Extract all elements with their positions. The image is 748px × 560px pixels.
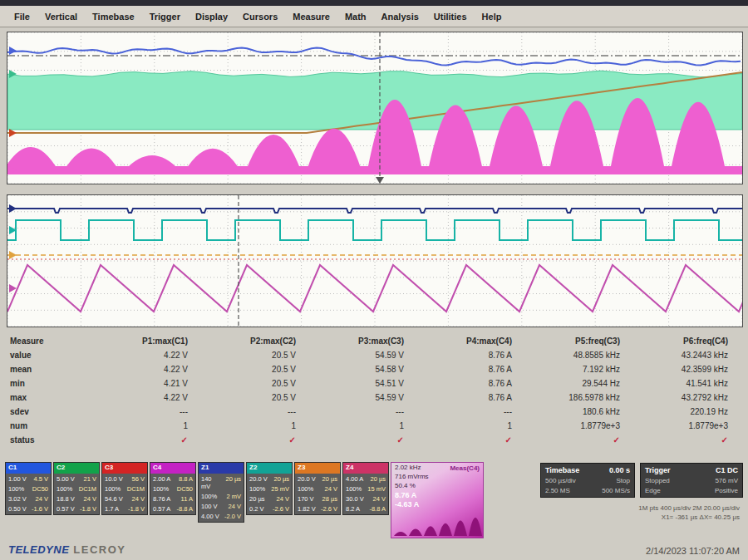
measure-cell: 8.76 A [417, 365, 525, 374]
menu-bar: FileVerticalTimebaseTriggerDisplayCursor… [0, 6, 748, 27]
channel-box-c2[interactable]: C25.00 V21 V100%DC1M18.8 V24 V0.57 V-1.8… [53, 462, 100, 515]
trigger-value: C1 DC [716, 466, 738, 474]
measure-row-value: value4.22 V20.5 V54.59 V8.76 A48.8585 kH… [7, 348, 743, 362]
menu-item-math[interactable]: Math [337, 9, 374, 24]
measure-cell: 20.5 V [201, 393, 309, 402]
channel-box-c4[interactable]: C42.00 A8.8 A100%DC508.76 A11 A0.57 A-8.… [150, 462, 196, 515]
measure-cell: 29.544 Hz [525, 379, 633, 388]
trigger-row: EdgePositive [645, 487, 738, 494]
channel-box-cell: 100 V [201, 503, 220, 510]
channel-box-cell: 24 V [125, 495, 145, 503]
channel-box-body: 1.00 V4.5 V100%DC503.02 V24 V0.50 V-1.6 … [6, 474, 51, 514]
menu-item-vertical[interactable]: Vertical [37, 9, 85, 24]
measure-param-header[interactable]: P2:max(C2) [201, 336, 309, 346]
measurement-popup-line: 8.76 A [391, 490, 483, 499]
measure-row-min: min4.21 V20.5 V54.51 V8.76 A29.544 Hz41.… [7, 376, 743, 391]
channel-box-cell: 25 mV [270, 485, 289, 493]
channel-box-cell: 0.57 A [153, 505, 172, 513]
menu-item-display[interactable]: Display [188, 9, 235, 24]
measure-param-header[interactable]: P5:freq(C3) [525, 336, 633, 346]
measurement-popup-line: 50.4 % [391, 481, 483, 490]
menu-item-file[interactable]: File [7, 9, 37, 24]
channel-box-cell: 10.0 V [105, 475, 124, 483]
measure-cell: ✓ [309, 435, 417, 445]
channel-box-c1[interactable]: C11.00 V4.5 V100%DC503.02 V24 V0.50 V-1.… [5, 462, 52, 515]
menu-item-help[interactable]: Help [475, 9, 509, 24]
measure-cell: ✓ [417, 435, 525, 445]
channel-box-cell: 0.50 V [8, 505, 27, 513]
main-graticule[interactable] [7, 32, 743, 184]
measure-cell: 1.8779e+3 [525, 421, 633, 430]
measure-param-header[interactable]: P6:freq(C4) [633, 336, 741, 346]
zoom-waveform-svg [7, 195, 742, 327]
menu-item-analysis[interactable]: Analysis [374, 9, 426, 24]
measure-cell: 1 [201, 421, 309, 430]
measure-row-label: num [7, 421, 93, 430]
channel-box-cell: 11 A [174, 495, 193, 503]
menu-item-utilities[interactable]: Utilities [426, 9, 475, 24]
channel-box-cell: 24 V [29, 495, 48, 503]
measure-cell: 8.76 A [417, 393, 525, 402]
channel-box-cell: 1.7 A [105, 505, 124, 513]
measure-cell: ✓ [93, 435, 201, 445]
trigger-label: Trigger [645, 466, 671, 474]
measure-cell: ✓ [525, 435, 633, 445]
channel-box-header: Z2 [247, 463, 292, 474]
measure-cell: 4.22 V [93, 351, 201, 360]
measure-cell: 43.2443 kHz [633, 351, 741, 360]
brand-logo-teledyne: TELEDYNE [8, 543, 69, 556]
measurement-popup-c4[interactable]: Meas(C4)2.02 kHz716 mVrms50.4 %8.76 A-4.… [391, 462, 484, 538]
measure-cell: 1 [93, 421, 201, 430]
channel-box-z1[interactable]: Z1140 mV20 µs100%2 mV100 V24 V4.00 V-2.0… [198, 462, 244, 523]
channel-box-c3[interactable]: C310.0 V56 V100%DC1M54.6 V24 V1.7 A-1.8 … [101, 462, 148, 515]
menu-item-measure[interactable]: Measure [285, 9, 337, 24]
measure-cell: 41.541 kHz [633, 379, 741, 388]
channel-box-cell: 3.02 V [8, 495, 27, 503]
measure-cell: 8.76 A [417, 351, 525, 360]
channel-box-cell: 20 µs [222, 475, 241, 490]
measure-cell: --- [93, 407, 201, 416]
channel-box-body: 10.0 V56 V100%DC1M54.6 V24 V1.7 A-1.8 V [102, 474, 147, 514]
measure-cell: 20.5 V [201, 365, 309, 374]
channel-box-z3[interactable]: Z320.0 V20 µs100%24 V170 V28 µs1.82 V-2.… [294, 462, 341, 515]
channel-box-cell: -1.6 V [29, 505, 48, 513]
measure-cell: 43.2792 kHz [633, 393, 741, 402]
menu-item-timebase[interactable]: Timebase [85, 9, 142, 24]
measure-cell: 7.192 kHz [525, 365, 633, 374]
menu-item-trigger[interactable]: Trigger [142, 9, 188, 24]
trigger-box[interactable]: TriggerC1 DC Stopped576 mVEdgePositive [640, 463, 743, 498]
window-title-strip [0, 0, 748, 6]
channel-box-cell: -2.6 V [270, 505, 289, 513]
channel-box-cell: DC1M [125, 485, 145, 493]
channel-box-cell: 30.0 V [346, 495, 365, 503]
measure-cell: 1 [309, 421, 417, 430]
channel-box-header: Z3 [295, 463, 340, 474]
measure-header-row: MeasureP1:max(C1)P2:max(C2)P3:max(C3)P4:… [7, 334, 743, 348]
channel-box-z4[interactable]: Z44.00 A20 µs100%15 mV30.0 V24 V8.2 A-8.… [342, 462, 389, 515]
channel-box-cell: -2.6 V [318, 505, 337, 513]
channel-descriptor-row: C11.00 V4.5 V100%DC503.02 V24 V0.50 V-1.… [5, 462, 484, 538]
trigger-row-left: Edge [645, 487, 661, 494]
channel-box-cell: 8.2 A [346, 505, 365, 513]
measure-row-mean: mean4.22 V20.5 V54.58 V8.76 A7.192 kHz42… [7, 362, 743, 376]
channel-box-cell: DC1M [77, 485, 96, 493]
timebase-row-right: Stop [617, 477, 630, 484]
measure-param-header[interactable]: P4:max(C4) [417, 336, 525, 346]
measure-cell: 180.6 kHz [525, 407, 633, 416]
measure-param-header[interactable]: P3:max(C3) [309, 336, 417, 346]
menu-item-cursors[interactable]: Cursors [235, 9, 285, 24]
timebase-row-left: 2.50 MS [545, 487, 570, 494]
channel-box-cell: 4.00 V [201, 513, 220, 520]
timebase-row-right: 500 MS/s [602, 487, 630, 494]
measure-cell: ✓ [201, 435, 309, 445]
zoom-graticule[interactable] [7, 194, 743, 327]
timebase-label: Timebase [545, 466, 579, 474]
measure-cell: 42.3599 kHz [633, 365, 741, 374]
timebase-row-left: 500 µs/div [545, 477, 576, 484]
measure-cell: --- [309, 407, 417, 416]
timebase-box[interactable]: Timebase0.00 s 500 µs/divStop2.50 MS500 … [540, 463, 635, 498]
channel-box-z2[interactable]: Z220.0 V20 µs100%25 mV20 µs24 V0.2 V-2.6… [246, 462, 293, 515]
channel-box-body: 2.00 A8.8 A100%DC508.76 A11 A0.57 A-8.8 … [150, 474, 195, 514]
measurement-popup-line: 716 mVrms [391, 472, 483, 481]
measure-param-header[interactable]: P1:max(C1) [93, 336, 201, 346]
